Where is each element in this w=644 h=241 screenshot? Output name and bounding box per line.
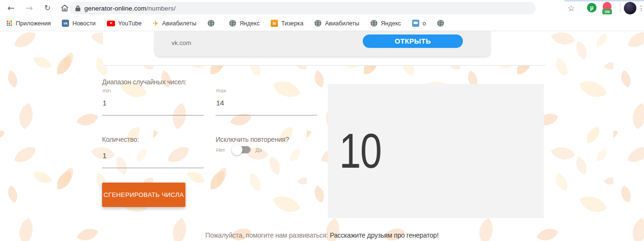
bookmark-avia[interactable]: ✈ Авиабилеты <box>153 19 196 28</box>
bookmark-label: Авиабилеты <box>325 20 359 27</box>
bookmark-news[interactable]: vk Новости <box>62 20 95 27</box>
norepeat-label: Исключить повторения? <box>216 136 289 143</box>
n-icon: N <box>271 20 278 27</box>
footer: Пожалуйста, помогите нам развиваться: Ра… <box>206 231 439 239</box>
extension-shape <box>603 2 611 9</box>
globe-icon <box>370 20 378 27</box>
bookmark-apps[interactable]: Приложения <box>7 20 51 27</box>
open-button[interactable]: ОТКРЫТЬ <box>363 34 463 48</box>
forward-icon[interactable]: → <box>22 0 36 16</box>
globe-icon <box>229 20 236 27</box>
range-label: Диапазон случайных чисел: <box>102 78 186 86</box>
footer-text: Пожалуйста, помогите нам развиваться: <box>206 231 328 239</box>
extension-on-badge: ON <box>602 9 612 14</box>
page-content: vk.com ОТКРЫТЬ Диапазон случайных чисел:… <box>0 31 644 241</box>
address-bar[interactable]: generator-online.com/numbers/ <box>69 2 536 14</box>
url-text: generator-online.com/numbers/ <box>84 5 176 12</box>
min-input[interactable] <box>102 98 204 115</box>
bookmark-label: о <box>423 20 426 27</box>
bookmarks-bar: Приложения vk Новости YouTube ✈ Авиабиле… <box>0 16 644 31</box>
bookmark-label: Тизерка <box>281 20 303 27</box>
ad-card: vk.com ОТКРЫТЬ <box>155 31 490 57</box>
browser-window: ← → ↻ generator-online.com/numbers/ ☆ µ … <box>0 0 644 241</box>
lock-icon[interactable] <box>75 5 80 11</box>
footer-link[interactable]: Расскажите друзьям про генератор! <box>330 231 438 239</box>
max-label: max <box>216 88 226 93</box>
toolbar-separator <box>620 3 621 12</box>
profile-avatar[interactable] <box>624 2 636 14</box>
window-frame-edge <box>564 0 644 1</box>
reload-icon[interactable]: ↻ <box>40 0 55 16</box>
globe-icon <box>314 20 322 27</box>
bookmark-label: Новости <box>72 20 95 27</box>
bookmark-unnamed-2[interactable] <box>437 20 448 27</box>
globe-icon <box>207 20 215 27</box>
adblock-extension-icon[interactable]: ON <box>602 2 612 14</box>
chrome-menu-icon[interactable]: ⋮ <box>638 2 644 14</box>
max-input[interactable] <box>216 98 317 115</box>
toggle-on-label: Да <box>255 147 262 153</box>
bookmark-unnamed-1[interactable] <box>207 20 218 27</box>
count-label: Количество: <box>102 136 139 143</box>
count-input[interactable] <box>102 151 204 168</box>
bookmark-tizerka[interactable]: N Тизерка <box>271 20 303 27</box>
vk-icon: vk <box>62 20 69 27</box>
min-label: min <box>103 88 111 93</box>
toggle-knob[interactable] <box>231 144 242 155</box>
bookmark-label: Яндекс <box>240 20 260 27</box>
bookmark-label: Авиабилеты <box>162 20 196 27</box>
back-icon[interactable]: ← <box>4 0 18 16</box>
url-domain: generator-online.com <box>84 5 147 12</box>
apps-grid-icon <box>7 21 12 26</box>
bookmark-youtube[interactable]: YouTube <box>107 20 142 27</box>
generate-button[interactable]: СГЕНЕРИРОВАТЬ ЧИСЛА <box>102 183 185 207</box>
bookmark-avia-2[interactable]: Авиабилеты <box>314 20 359 27</box>
toggle-off-label: Нет <box>216 147 225 153</box>
globe-icon <box>437 20 444 27</box>
bookmark-o[interactable]: о <box>412 20 426 27</box>
browser-toolbar: ← → ↻ generator-online.com/numbers/ ☆ µ … <box>0 0 644 16</box>
utorrent-extension-icon[interactable]: µ <box>587 3 597 12</box>
result-number: 10 <box>328 126 381 175</box>
chat-icon <box>412 20 419 27</box>
result-box: 10 <box>328 84 544 218</box>
bookmark-yandex-1[interactable]: Яндекс <box>229 20 260 27</box>
airplane-icon: ✈ <box>153 19 159 28</box>
bookmark-label: YouTube <box>118 20 142 27</box>
bookmark-yandex-2[interactable]: Яндекс <box>370 20 401 27</box>
norepeat-toggle[interactable] <box>233 146 251 153</box>
url-path: /numbers/ <box>147 5 176 12</box>
bookmark-star-icon[interactable]: ☆ <box>565 2 577 14</box>
ad-site-label: vk.com <box>172 39 191 46</box>
youtube-icon <box>107 21 115 26</box>
bookmark-label: Яндекс <box>381 20 401 27</box>
ad-band: vk.com ОТКРЫТЬ <box>103 31 546 66</box>
bookmark-label: Приложения <box>16 20 51 27</box>
